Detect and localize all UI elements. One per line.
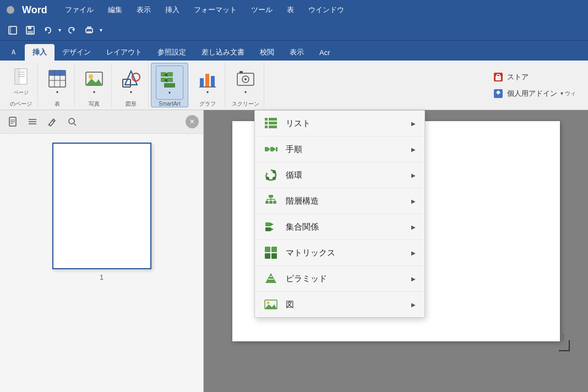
menu-edit[interactable]: 編集 (106, 4, 124, 16)
sidebar-toolbar: ✕ (0, 110, 203, 134)
svg-marker-65 (268, 148, 270, 151)
sidebar-edit-btn[interactable] (44, 113, 61, 130)
shapes-items: ▾ (118, 65, 144, 99)
ribbon: ページ のページ ▾ 表 (0, 61, 588, 110)
shapes-btn[interactable]: ▾ (118, 65, 144, 99)
menu-view[interactable]: 表示 (134, 4, 153, 16)
smartart-relationship-label: 集合関係 (286, 222, 319, 232)
tab-review[interactable]: 校閲 (252, 44, 282, 61)
tab-mailings[interactable]: 差し込み文書 (194, 44, 252, 61)
svg-rect-34 (200, 78, 204, 87)
tab-design[interactable]: デザイン (55, 44, 99, 61)
svg-rect-61 (269, 122, 277, 124)
svg-rect-62 (265, 126, 268, 128)
relationship-smartart-icon (264, 220, 278, 234)
svg-marker-91 (265, 273, 276, 283)
toolbar-more[interactable]: ▾ (100, 27, 102, 33)
smartart-items: ▾ (156, 66, 183, 100)
svg-rect-16 (49, 70, 66, 75)
sidebar-content: 1 (0, 134, 203, 392)
shapes-dropdown-arrow: ▾ (130, 90, 132, 95)
smartart-dropdown-arrow: ▾ (168, 90, 171, 95)
user-label: 個人用アドイン (507, 89, 557, 99)
svg-rect-30 (167, 78, 173, 82)
notebook-icon[interactable] (6, 23, 20, 37)
smartart-dropdown-menu: リスト ▶ 手順 ▶ 循環 ▶ (254, 110, 425, 318)
svg-rect-4 (28, 31, 33, 34)
pages-label: ページ (14, 89, 29, 96)
tab-layout[interactable]: レイアウト (99, 44, 150, 61)
svg-rect-8 (87, 26, 91, 29)
smartart-process-item[interactable]: 手順 ▶ (255, 137, 424, 162)
save-icon[interactable] (23, 23, 37, 37)
smartart-pyramid-item[interactable]: ピラミッド ▶ (255, 266, 424, 292)
page-thumbnail[interactable] (52, 143, 151, 269)
sidebar-search-btn[interactable] (64, 113, 80, 130)
smartart-relationship-item[interactable]: 集合関係 ▶ (255, 214, 424, 240)
quick-access-toolbar: ▾ ▾ (0, 20, 588, 41)
list-smartart-icon (264, 116, 278, 130)
svg-marker-83 (271, 223, 274, 226)
smartart-btn[interactable]: ▾ (156, 66, 183, 100)
process-smartart-icon (264, 142, 278, 156)
svg-marker-23 (86, 79, 102, 85)
store-button[interactable]: ストア (489, 70, 579, 84)
tab-view[interactable]: 表示 (282, 44, 312, 61)
smartart-list-label: リスト (286, 118, 311, 129)
list-submenu-arrow: ▶ (411, 121, 416, 127)
smartart-cycle-label: 循環 (286, 170, 302, 181)
user-addin-button[interactable]: 個人用アドイン ▾ ウィ (489, 87, 579, 100)
smartart-cycle-item[interactable]: 循環 ▶ (255, 162, 424, 188)
chart-dropdown-arrow: ▾ (206, 90, 209, 95)
print-icon[interactable] (82, 23, 96, 37)
store-label: ストア (507, 72, 529, 82)
svg-rect-29 (167, 72, 173, 77)
tab-insert[interactable]: 挿入 (25, 44, 55, 61)
svg-line-55 (48, 124, 49, 126)
svg-point-70 (273, 170, 276, 173)
tab-references[interactable]: 参照設定 (150, 44, 194, 61)
svg-point-22 (89, 74, 93, 79)
screenshot-group-label: スクリーン (232, 100, 259, 108)
tab-acrobat[interactable]: Acr (312, 44, 338, 61)
svg-rect-59 (269, 118, 277, 121)
table-btn[interactable]: ▾ (45, 65, 70, 99)
svg-point-71 (266, 177, 269, 180)
menu-format[interactable]: フォーマット (192, 4, 239, 16)
smartart-list-item[interactable]: リスト ▶ (255, 111, 424, 137)
pyramid-submenu-arrow: ▶ (411, 276, 416, 282)
chart-btn[interactable]: ▾ (195, 65, 220, 99)
menu-insert[interactable]: 挿入 (163, 4, 182, 16)
redo-icon[interactable] (64, 23, 79, 37)
chart-group-label: グラフ (199, 100, 216, 108)
svg-rect-31 (164, 83, 175, 88)
svg-rect-1 (10, 26, 11, 34)
smartart-pyramid-label: ピラミッド (286, 274, 327, 284)
undo-icon[interactable] (41, 23, 55, 37)
smartart-matrix-item[interactable]: マトリックス ▶ (255, 240, 424, 266)
menu-table[interactable]: 表 (285, 4, 296, 16)
pages-btn[interactable]: ページ (9, 65, 33, 99)
sidebar: ✕ 1 (0, 110, 204, 392)
svg-rect-84 (265, 227, 271, 231)
svg-marker-85 (271, 228, 274, 231)
pages-group-label: のページ (10, 100, 32, 108)
screenshot-btn[interactable]: ▾ (233, 65, 258, 99)
svg-rect-89 (271, 253, 277, 259)
svg-rect-87 (271, 247, 277, 252)
menu-tools[interactable]: ツール (249, 4, 275, 16)
sidebar-list-btn[interactable] (24, 113, 41, 130)
tab-home[interactable]: Ａ (2, 44, 25, 61)
sidebar-close-btn[interactable]: ✕ (186, 115, 199, 128)
window-control[interactable] (7, 6, 14, 14)
table-dropdown-arrow: ▾ (56, 90, 58, 95)
ribbon-group-chart: ▾ グラフ (190, 63, 225, 107)
chart-items: ▾ (195, 65, 220, 99)
photo-btn[interactable]: ▾ (81, 65, 107, 99)
svg-rect-60 (265, 122, 268, 124)
menu-file[interactable]: ファイル (63, 4, 96, 16)
menu-window[interactable]: ウインドウ (306, 4, 346, 16)
smartart-picture-item[interactable]: 図 ▶ (255, 292, 424, 317)
sidebar-page-btn[interactable] (4, 113, 21, 130)
smartart-hierarchy-item[interactable]: 階層構造 ▶ (255, 188, 424, 214)
